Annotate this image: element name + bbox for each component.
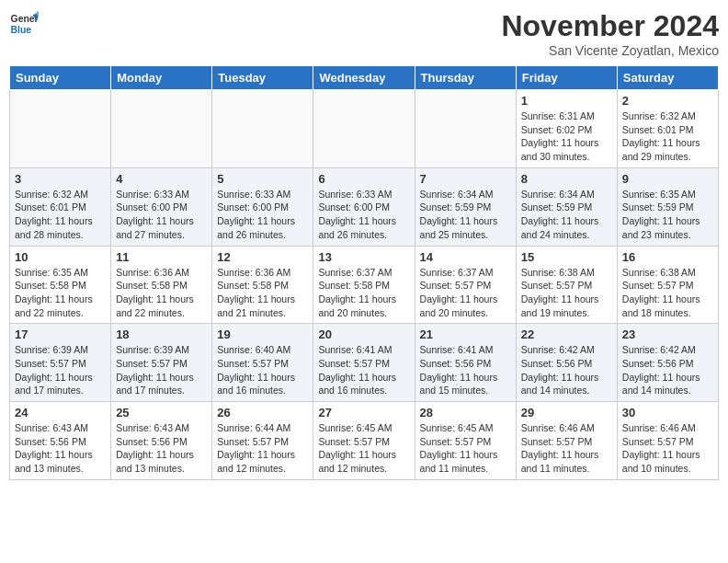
day-cell: 15Sunrise: 6:38 AM Sunset: 5:57 PM Dayli… [516,246,617,324]
day-cell: 6Sunrise: 6:33 AM Sunset: 6:00 PM Daylig… [313,167,415,246]
day-number: 27 [318,406,409,419]
day-cell: 27Sunrise: 6:45 AM Sunset: 5:57 PM Dayli… [313,402,415,480]
day-info: Sunrise: 6:39 AM Sunset: 5:57 PM Dayligh… [15,343,106,397]
day-cell [111,90,212,168]
day-cell [10,90,111,168]
day-header-sunday: Sunday [10,66,111,90]
day-cell: 2Sunrise: 6:32 AM Sunset: 6:01 PM Daylig… [617,90,718,168]
day-number: 18 [116,327,207,341]
title-section: November 2024 San Vicente Zoyatlan, Mexi… [501,9,719,58]
day-number: 7 [420,172,511,186]
day-cell: 9Sunrise: 6:35 AM Sunset: 5:59 PM Daylig… [617,167,718,246]
day-cell: 19Sunrise: 6:40 AM Sunset: 5:57 PM Dayli… [212,324,313,402]
day-number: 23 [622,327,713,341]
day-info: Sunrise: 6:42 AM Sunset: 5:56 PM Dayligh… [622,343,713,397]
week-row-2: 3Sunrise: 6:32 AM Sunset: 6:01 PM Daylig… [10,167,719,246]
day-number: 10 [15,250,106,264]
day-number: 8 [521,172,612,186]
day-cell: 8Sunrise: 6:34 AM Sunset: 5:59 PM Daylig… [516,167,617,246]
day-cell: 26Sunrise: 6:44 AM Sunset: 5:57 PM Dayli… [212,402,313,480]
day-cell: 14Sunrise: 6:37 AM Sunset: 5:57 PM Dayli… [415,246,516,324]
day-info: Sunrise: 6:33 AM Sunset: 6:00 PM Dayligh… [217,188,308,242]
day-cell: 16Sunrise: 6:38 AM Sunset: 5:57 PM Dayli… [617,246,718,324]
day-info: Sunrise: 6:41 AM Sunset: 5:56 PM Dayligh… [420,343,511,397]
day-cell: 5Sunrise: 6:33 AM Sunset: 6:00 PM Daylig… [212,167,313,246]
day-number: 5 [217,172,308,186]
day-number: 6 [318,172,409,186]
day-header-tuesday: Tuesday [212,66,313,90]
day-info: Sunrise: 6:36 AM Sunset: 5:58 PM Dayligh… [217,266,308,320]
day-number: 3 [15,172,106,186]
day-number: 24 [15,406,106,419]
day-info: Sunrise: 6:41 AM Sunset: 5:57 PM Dayligh… [318,343,409,397]
day-number: 25 [116,406,207,419]
week-row-4: 17Sunrise: 6:39 AM Sunset: 5:57 PM Dayli… [10,324,719,402]
day-cell: 18Sunrise: 6:39 AM Sunset: 5:57 PM Dayli… [111,324,212,402]
week-row-1: 1Sunrise: 6:31 AM Sunset: 6:02 PM Daylig… [10,90,719,168]
day-cell: 29Sunrise: 6:46 AM Sunset: 5:57 PM Dayli… [516,402,617,480]
day-number: 14 [420,250,511,264]
day-cell: 1Sunrise: 6:31 AM Sunset: 6:02 PM Daylig… [516,90,617,168]
day-number: 9 [622,172,713,186]
day-info: Sunrise: 6:37 AM Sunset: 5:58 PM Dayligh… [318,266,409,320]
day-info: Sunrise: 6:35 AM Sunset: 5:59 PM Dayligh… [622,188,713,242]
calendar-table: SundayMondayTuesdayWednesdayThursdayFrid… [9,65,719,480]
week-row-5: 24Sunrise: 6:43 AM Sunset: 5:56 PM Dayli… [10,402,719,480]
day-info: Sunrise: 6:38 AM Sunset: 5:57 PM Dayligh… [622,266,713,320]
day-info: Sunrise: 6:36 AM Sunset: 5:58 PM Dayligh… [116,266,207,320]
day-number: 13 [318,250,409,264]
calendar-header: SundayMondayTuesdayWednesdayThursdayFrid… [10,66,719,90]
day-info: Sunrise: 6:46 AM Sunset: 5:57 PM Dayligh… [622,421,713,476]
day-number: 22 [521,327,612,341]
day-cell [212,90,313,168]
day-cell: 12Sunrise: 6:36 AM Sunset: 5:58 PM Dayli… [212,246,313,324]
logo-icon: General Blue [9,9,39,39]
day-cell: 30Sunrise: 6:46 AM Sunset: 5:57 PM Dayli… [617,402,718,480]
day-cell: 10Sunrise: 6:35 AM Sunset: 5:58 PM Dayli… [10,246,111,324]
day-number: 29 [521,406,612,419]
day-cell: 20Sunrise: 6:41 AM Sunset: 5:57 PM Dayli… [313,324,415,402]
day-info: Sunrise: 6:37 AM Sunset: 5:57 PM Dayligh… [420,266,511,320]
day-cell: 11Sunrise: 6:36 AM Sunset: 5:58 PM Dayli… [111,246,212,324]
day-number: 30 [622,406,713,419]
days-of-week-row: SundayMondayTuesdayWednesdayThursdayFrid… [10,66,719,90]
day-info: Sunrise: 6:42 AM Sunset: 5:56 PM Dayligh… [521,343,612,397]
day-number: 17 [15,327,106,341]
day-cell: 22Sunrise: 6:42 AM Sunset: 5:56 PM Dayli… [516,324,617,402]
day-cell: 7Sunrise: 6:34 AM Sunset: 5:59 PM Daylig… [415,167,516,246]
day-number: 19 [217,327,308,341]
day-cell: 17Sunrise: 6:39 AM Sunset: 5:57 PM Dayli… [10,324,111,402]
day-info: Sunrise: 6:43 AM Sunset: 5:56 PM Dayligh… [15,421,106,476]
day-header-monday: Monday [111,66,212,90]
day-info: Sunrise: 6:32 AM Sunset: 6:01 PM Dayligh… [622,109,713,164]
month-title: November 2024 [501,9,719,43]
day-cell: 4Sunrise: 6:33 AM Sunset: 6:00 PM Daylig… [111,167,212,246]
day-cell [415,90,516,168]
day-number: 1 [521,94,612,108]
day-number: 2 [622,94,713,108]
calendar-body: 1Sunrise: 6:31 AM Sunset: 6:02 PM Daylig… [10,90,719,480]
day-cell [313,90,415,168]
day-cell: 28Sunrise: 6:45 AM Sunset: 5:57 PM Dayli… [415,402,516,480]
day-header-saturday: Saturday [617,66,718,90]
day-number: 15 [521,250,612,264]
day-number: 4 [116,172,207,186]
day-header-wednesday: Wednesday [313,66,415,90]
day-info: Sunrise: 6:43 AM Sunset: 5:56 PM Dayligh… [116,421,207,476]
day-info: Sunrise: 6:40 AM Sunset: 5:57 PM Dayligh… [217,343,308,397]
day-info: Sunrise: 6:32 AM Sunset: 6:01 PM Dayligh… [15,188,106,242]
day-info: Sunrise: 6:34 AM Sunset: 5:59 PM Dayligh… [420,188,511,242]
day-info: Sunrise: 6:38 AM Sunset: 5:57 PM Dayligh… [521,266,612,320]
svg-text:Blue: Blue [11,25,32,35]
day-info: Sunrise: 6:35 AM Sunset: 5:58 PM Dayligh… [15,266,106,320]
day-number: 28 [420,406,511,419]
day-cell: 13Sunrise: 6:37 AM Sunset: 5:58 PM Dayli… [313,246,415,324]
week-row-3: 10Sunrise: 6:35 AM Sunset: 5:58 PM Dayli… [10,246,719,324]
day-cell: 3Sunrise: 6:32 AM Sunset: 6:01 PM Daylig… [10,167,111,246]
day-info: Sunrise: 6:46 AM Sunset: 5:57 PM Dayligh… [521,421,612,476]
day-cell: 23Sunrise: 6:42 AM Sunset: 5:56 PM Dayli… [617,324,718,402]
day-number: 11 [116,250,207,264]
day-cell: 21Sunrise: 6:41 AM Sunset: 5:56 PM Dayli… [415,324,516,402]
day-number: 16 [622,250,713,264]
location: San Vicente Zoyatlan, Mexico [501,43,719,58]
